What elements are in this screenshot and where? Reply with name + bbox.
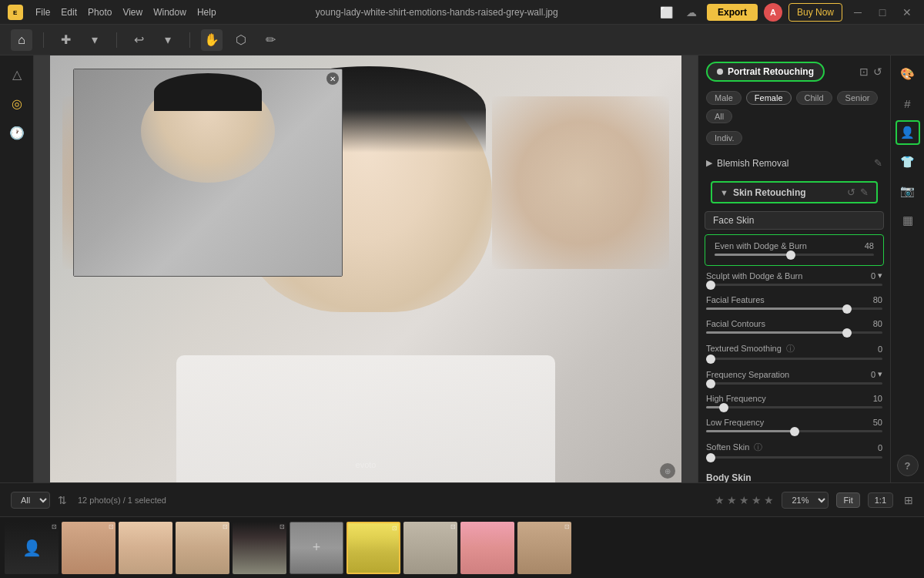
filmstrip-thumb-2[interactable]: ⊡: [62, 522, 116, 574]
even-dodge-burn-track[interactable]: [715, 254, 874, 256]
cloud-icon[interactable]: ☁: [682, 3, 701, 22]
blemish-edit-icon[interactable]: ✎: [874, 157, 882, 169]
low-frequency-slider: Low Frequency 50: [698, 415, 890, 439]
brush-icon[interactable]: ✏: [259, 29, 281, 51]
menu-file[interactable]: File: [35, 7, 50, 18]
filmstrip-thumb-7[interactable]: ⊡: [346, 522, 400, 574]
maximize-icon[interactable]: □: [873, 3, 892, 22]
filmstrip-thumb-6[interactable]: +: [290, 522, 343, 574]
add-icon[interactable]: ✚: [55, 29, 76, 51]
star-3[interactable]: ★: [739, 494, 749, 506]
freqs-track[interactable]: [706, 382, 882, 385]
filmstrip-thumb-8[interactable]: ⊡: [403, 522, 457, 574]
menu-help[interactable]: Help: [197, 7, 216, 18]
gender-tab-child[interactable]: Child: [796, 91, 832, 105]
far-right-person-icon[interactable]: 👤: [896, 120, 920, 145]
far-right-camera-icon[interactable]: 📷: [896, 179, 920, 203]
sculpt-track[interactable]: [706, 284, 882, 286]
menu-edit[interactable]: Edit: [61, 7, 77, 18]
skin-reset-icon[interactable]: ↺: [847, 187, 855, 198]
even-dodge-burn-thumb[interactable]: [786, 250, 795, 260]
home-icon[interactable]: ⌂: [11, 29, 32, 51]
menu-view[interactable]: View: [122, 7, 142, 18]
menu-window[interactable]: Window: [153, 7, 186, 18]
ff-track[interactable]: [706, 307, 882, 310]
minimize-icon[interactable]: ─: [849, 3, 867, 22]
textured-smoothing-label: Textured Smoothing ⓘ: [706, 343, 795, 355]
filmstrip-thumb-3[interactable]: [119, 522, 172, 574]
skin-edit-icon[interactable]: ✎: [860, 187, 869, 198]
sculpt-dropdown-icon[interactable]: ▾: [878, 271, 882, 281]
blemish-removal-section[interactable]: ▶ Blemish Removal ✎: [698, 153, 890, 173]
save-icon[interactable]: ⬜: [658, 3, 676, 22]
skin-retouching-wrapper: ▼ Skin Retouching ↺ ✎: [705, 180, 884, 205]
zoom-select[interactable]: 21%: [782, 492, 829, 509]
menu-photo[interactable]: Photo: [88, 7, 112, 18]
ss-thumb[interactable]: [706, 453, 715, 462]
left-icon-circle[interactable]: ◎: [5, 91, 29, 116]
far-right-shirt-icon[interactable]: 👕: [896, 150, 920, 174]
gender-tab-all[interactable]: All: [706, 109, 732, 123]
filter-select[interactable]: All: [11, 492, 50, 509]
fc-thumb[interactable]: [842, 328, 852, 338]
hf-thumb[interactable]: [719, 403, 728, 412]
face-skin-tab[interactable]: Face Skin: [705, 211, 884, 230]
left-icon-clock[interactable]: 🕐: [5, 120, 29, 145]
filmstrip-thumb-5[interactable]: ⊡: [233, 522, 286, 574]
star-1[interactable]: ★: [715, 494, 725, 506]
freqs-thumb[interactable]: [706, 379, 715, 388]
left-icon-triangle[interactable]: △: [5, 62, 29, 86]
soften-skin-info-icon[interactable]: ⓘ: [754, 442, 762, 452]
export-button[interactable]: Export: [707, 4, 758, 21]
undo-icon[interactable]: ↩: [128, 29, 149, 51]
gender-tab-female[interactable]: Female: [746, 91, 792, 105]
portrait-retouching-button[interactable]: Portrait Retouching: [706, 62, 825, 82]
hand-tool-icon[interactable]: ✋: [201, 29, 223, 51]
zoom-fit-button[interactable]: Fit: [836, 492, 859, 508]
zoom-1to1-button[interactable]: 1:1: [868, 492, 893, 508]
crop-icon[interactable]: ⬡: [230, 29, 252, 51]
filmstrip-thumb-1[interactable]: 👤 ⊡: [5, 522, 59, 574]
avatar[interactable]: A: [764, 3, 782, 22]
fc-track[interactable]: [706, 331, 882, 334]
thumb-content-6: +: [290, 523, 343, 573]
close-icon[interactable]: ✕: [898, 3, 916, 22]
ss-track[interactable]: [706, 456, 882, 459]
star-2[interactable]: ★: [727, 494, 737, 506]
soften-skin-value: 0: [878, 443, 882, 452]
textured-smoothing-info-icon[interactable]: ⓘ: [786, 344, 795, 353]
ts-thumb[interactable]: [706, 355, 715, 364]
gender-tab-senior[interactable]: Senior: [837, 91, 879, 105]
far-right-palette-icon[interactable]: 🎨: [896, 62, 920, 86]
fullscreen-icon[interactable]: ⊡: [859, 66, 869, 78]
expand-icon[interactable]: ⊕: [660, 463, 675, 479]
fc-fill: [706, 331, 847, 334]
filmstrip-thumb-10[interactable]: ⊡: [517, 522, 571, 574]
undo-dropdown-icon[interactable]: ▾: [157, 29, 179, 51]
indiv-tab[interactable]: Indiv.: [706, 131, 742, 145]
close-mini-button[interactable]: ✕: [326, 72, 339, 85]
star-5[interactable]: ★: [764, 494, 774, 506]
mini-photo-overlay[interactable]: ✕: [73, 69, 343, 277]
far-right-grid-icon[interactable]: #: [896, 91, 920, 116]
lf-thumb[interactable]: [790, 427, 799, 436]
ff-thumb[interactable]: [842, 304, 852, 314]
freqs-dropdown-icon[interactable]: ▾: [878, 369, 882, 379]
grid-view-icon[interactable]: ⊞: [904, 494, 913, 506]
thumb-icon-7: ⊡: [392, 525, 397, 532]
sort-icon[interactable]: ⇅: [58, 494, 67, 506]
skin-retouching-section[interactable]: ▼ Skin Retouching ↺ ✎: [711, 181, 878, 203]
help-button[interactable]: ?: [897, 455, 919, 476]
star-4[interactable]: ★: [752, 494, 762, 506]
hf-track[interactable]: [706, 406, 882, 408]
lf-track[interactable]: [706, 430, 882, 432]
reset-icon[interactable]: ↺: [873, 66, 882, 78]
ts-track[interactable]: [706, 358, 882, 360]
add-dropdown-icon[interactable]: ▾: [84, 29, 105, 51]
sculpt-thumb[interactable]: [706, 281, 715, 290]
filmstrip-thumb-4[interactable]: ⊡: [176, 522, 229, 574]
gender-tab-male[interactable]: Male: [706, 91, 742, 105]
filmstrip-thumb-9[interactable]: [460, 522, 514, 574]
buy-now-button[interactable]: Buy Now: [788, 3, 842, 22]
far-right-table-icon[interactable]: ▦: [896, 208, 920, 233]
